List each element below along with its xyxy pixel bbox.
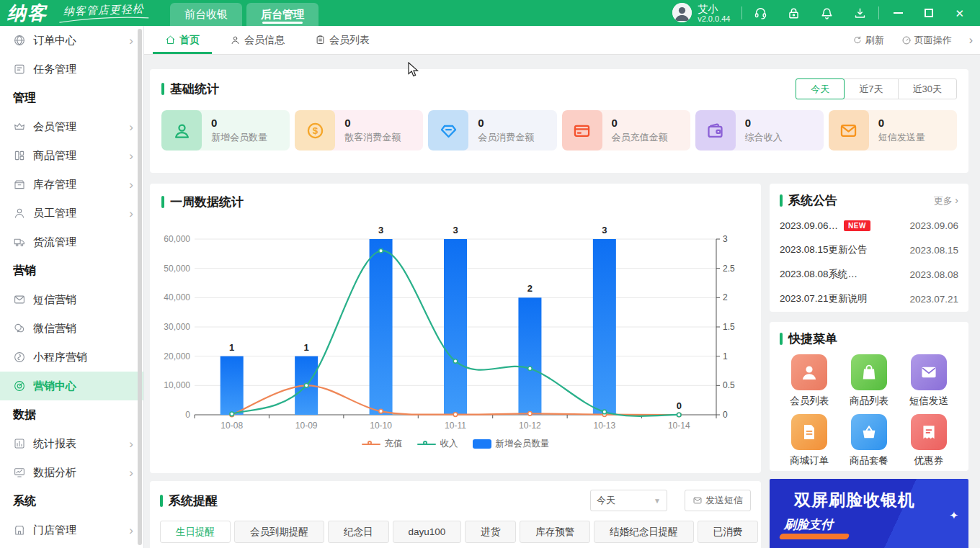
crown-icon [13, 120, 26, 133]
action-页面操作[interactable]: 页面操作 [901, 34, 952, 47]
quick-item-会员列表[interactable]: 会员列表 [780, 354, 839, 408]
announcement-row[interactable]: 2023.08.08系统…2023.08.08 [780, 262, 958, 287]
svg-text:2: 2 [527, 283, 533, 294]
tab-首页[interactable]: 首页 [150, 26, 215, 54]
sidebar-item-stock[interactable]: 库存管理› [0, 170, 143, 199]
reminder-tab-dayu100[interactable]: dayu100 [393, 521, 462, 543]
stock-icon [13, 178, 26, 191]
sidebar-section: 数据 [0, 400, 143, 429]
window-controls: ✕ [894, 8, 964, 19]
sidebar-item-label: 短信营销 [33, 293, 76, 307]
sidebar-item-goods[interactable]: 商品管理› [0, 141, 143, 170]
action-刷新[interactable]: 刷新 [852, 34, 884, 47]
svg-text:1: 1 [723, 351, 728, 361]
sidebar-item-sms[interactable]: 短信营销 [0, 285, 143, 314]
user-name: 艾小 [698, 3, 730, 14]
diamond-icon [428, 110, 468, 151]
maximize-button[interactable] [925, 9, 933, 17]
bell-icon[interactable] [820, 6, 834, 20]
tab-会员信息[interactable]: 会员信息 [215, 26, 300, 54]
member-icon [161, 110, 202, 151]
filter-近7天[interactable]: 近7天 [844, 78, 898, 99]
sidebar: 订单中心›任务管理管理会员管理›商品管理›库存管理›员工管理›货流管理营销短信营… [0, 26, 144, 548]
quick-item-商品列表[interactable]: 商品列表 [839, 354, 899, 408]
banner-underline [779, 534, 850, 539]
sidebar-item-label: 统计报表 [33, 437, 76, 451]
announcement-row[interactable]: 2023.07.21更新说明2023.07.21 [780, 287, 958, 311]
header-tab[interactable]: 后台管理 [246, 3, 318, 26]
sidebar-scrollbar[interactable] [138, 29, 142, 545]
quick-item-label: 会员列表 [790, 395, 829, 408]
sidebar-item-store[interactable]: 门店管理› [0, 516, 143, 544]
sidebar-item-wechat[interactable]: 微信营销 [0, 314, 143, 343]
legend-item-收入[interactable]: 收入 [417, 438, 458, 450]
banner-subtitle: 刷脸支付 [784, 516, 833, 533]
banner-headline: 双屏刷脸收银机 [794, 489, 915, 511]
sidebar-item-label: 商品管理 [33, 149, 76, 163]
reminder-tab-会员到期提醒[interactable]: 会员到期提醒 [234, 521, 324, 543]
chevron-right-icon[interactable]: › [969, 34, 973, 47]
new-badge: NEW [844, 220, 870, 231]
svg-text:0: 0 [723, 410, 728, 420]
reminder-tab-纪念日[interactable]: 纪念日 [328, 521, 389, 543]
quick-menu-title: 快捷菜单 [780, 331, 958, 347]
quick-item-商城订单[interactable]: 商城订单 [780, 414, 839, 467]
bag-icon [851, 354, 887, 390]
svg-text:1.5: 1.5 [723, 322, 735, 332]
base-stats-card: 基础统计 今天近7天近30天 0新增会员数量$0散客消费金额0会员消费金额0会员… [150, 69, 968, 173]
reminder-date-select[interactable]: 今天 ▼ [590, 490, 667, 511]
sidebar-item-globe[interactable]: 订单中心› [0, 26, 143, 55]
reminder-tab-进货[interactable]: 进货 [465, 521, 516, 543]
filter-近30天[interactable]: 近30天 [898, 78, 957, 99]
announcement-row[interactable]: 2023.09.06…NEW2023.09.06 [780, 213, 958, 238]
svg-text:10-12: 10-12 [519, 421, 541, 431]
reminder-tab-已消费[interactable]: 已消费 [698, 521, 759, 543]
reminder-tab-库存预警[interactable]: 库存预警 [520, 521, 590, 543]
sidebar-item-crown[interactable]: 会员管理› [0, 112, 143, 141]
quick-item-label: 商品套餐 [850, 454, 888, 467]
mail-icon [829, 110, 869, 151]
quick-item-优惠券[interactable]: 优惠券 [899, 414, 958, 467]
sidebar-item-target[interactable]: 营销中心 [0, 372, 143, 400]
sidebar-item-task[interactable]: 任务管理 [0, 55, 143, 84]
svg-text:10-09: 10-09 [295, 421, 318, 431]
sidebar-item-truck[interactable]: 货流管理 [0, 228, 143, 256]
legend-item-新增会员数量[interactable]: 新增会员数量 [473, 438, 550, 450]
ad-banner[interactable]: 双屏刷脸收银机 刷脸支付 ✦ [770, 479, 968, 548]
send-sms-button[interactable]: 发送短信 [685, 490, 751, 511]
tab-会员列表[interactable]: 会员列表 [300, 26, 385, 54]
header-tab[interactable]: 前台收银 [170, 3, 242, 26]
legend-item-充值[interactable]: 充值 [362, 438, 403, 450]
sidebar-item-staff[interactable]: 员工管理› [0, 199, 143, 228]
basket-icon [851, 414, 887, 450]
download-icon[interactable] [853, 6, 867, 20]
reminder-tab-生日提醒[interactable]: 生日提醒 [160, 521, 231, 543]
reminder-tab-结婚纪念日提醒[interactable]: 结婚纪念日提醒 [594, 521, 694, 543]
quick-item-短信发送[interactable]: 短信发送 [899, 354, 958, 408]
chevron-down-icon: ▼ [654, 497, 661, 505]
quick-item-商品套餐[interactable]: 商品套餐 [839, 414, 899, 467]
announcement-row[interactable]: 2023.08.15更新公告2023.08.15 [780, 238, 958, 262]
announcements-more-link[interactable]: 更多 › [934, 194, 958, 207]
user-block[interactable]: 艾小 v2.0.0.44 [672, 3, 730, 24]
close-button[interactable]: ✕ [955, 8, 964, 19]
avatar[interactable] [672, 3, 692, 22]
lock-icon[interactable] [787, 6, 801, 20]
sidebar-item-label: 小程序营销 [33, 351, 87, 364]
sidebar-item-analysis[interactable]: 数据分析› [0, 458, 143, 487]
service-icon[interactable] [754, 6, 767, 20]
credit-card-icon [562, 110, 602, 151]
sidebar-item-report[interactable]: 统计报表› [0, 429, 143, 458]
stat-label: 新增会员数量 [211, 131, 267, 144]
svg-text:3: 3 [723, 234, 728, 244]
filter-今天[interactable]: 今天 [796, 78, 845, 99]
sidebar-item-miniapp[interactable]: 小程序营销 [0, 343, 143, 372]
stat-label: 短信发送量 [878, 131, 925, 144]
week-chart[interactable]: 010,00020,00030,00040,00050,00060,00010-… [161, 219, 749, 436]
svg-text:3: 3 [602, 225, 607, 235]
stat-label: 综合收入 [745, 131, 783, 144]
sparkle-icon: ✦ [949, 509, 958, 522]
minimize-button[interactable] [894, 12, 903, 14]
stat-cards-row: 0新增会员数量$0散客消费金额0会员消费金额0会员充值金额0综合收入0短信发送量 [161, 110, 957, 151]
sidebar-section: 管理 [0, 84, 143, 112]
